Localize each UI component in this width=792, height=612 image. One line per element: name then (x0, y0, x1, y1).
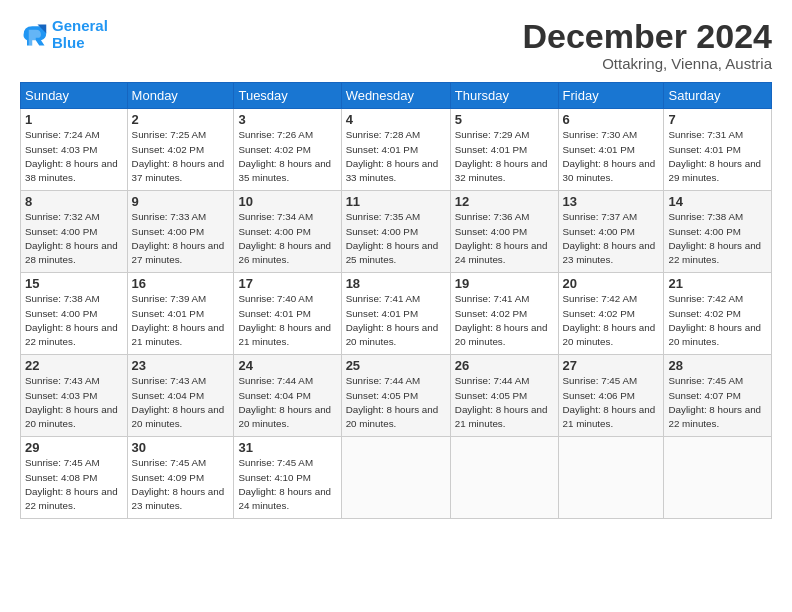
day-info: Sunrise: 7:30 AMSunset: 4:01 PMDaylight:… (563, 129, 656, 183)
day-cell: 12 Sunrise: 7:36 AMSunset: 4:00 PMDaylig… (450, 191, 558, 273)
day-info: Sunrise: 7:32 AMSunset: 4:00 PMDaylight:… (25, 211, 118, 265)
day-info: Sunrise: 7:43 AMSunset: 4:03 PMDaylight:… (25, 375, 118, 429)
month-title: December 2024 (522, 18, 772, 55)
day-cell: 16 Sunrise: 7:39 AMSunset: 4:01 PMDaylig… (127, 273, 234, 355)
week-row-3: 22 Sunrise: 7:43 AMSunset: 4:03 PMDaylig… (21, 355, 772, 437)
day-info: Sunrise: 7:45 AMSunset: 4:10 PMDaylight:… (238, 457, 331, 511)
day-number: 6 (563, 112, 660, 127)
day-info: Sunrise: 7:38 AMSunset: 4:00 PMDaylight:… (25, 293, 118, 347)
day-cell: 29 Sunrise: 7:45 AMSunset: 4:08 PMDaylig… (21, 437, 128, 519)
day-number: 9 (132, 194, 230, 209)
subtitle: Ottakring, Vienna, Austria (522, 55, 772, 72)
day-number: 4 (346, 112, 446, 127)
day-cell: 21 Sunrise: 7:42 AMSunset: 4:02 PMDaylig… (664, 273, 772, 355)
day-info: Sunrise: 7:26 AMSunset: 4:02 PMDaylight:… (238, 129, 331, 183)
day-number: 25 (346, 358, 446, 373)
day-cell: 28 Sunrise: 7:45 AMSunset: 4:07 PMDaylig… (664, 355, 772, 437)
day-number: 29 (25, 440, 123, 455)
day-info: Sunrise: 7:31 AMSunset: 4:01 PMDaylight:… (668, 129, 761, 183)
day-number: 14 (668, 194, 767, 209)
day-cell (664, 437, 772, 519)
day-cell: 7 Sunrise: 7:31 AMSunset: 4:01 PMDayligh… (664, 109, 772, 191)
page: General Blue December 2024 Ottakring, Vi… (0, 0, 792, 529)
day-info: Sunrise: 7:45 AMSunset: 4:08 PMDaylight:… (25, 457, 118, 511)
col-header-friday: Friday (558, 83, 664, 109)
day-number: 27 (563, 358, 660, 373)
day-info: Sunrise: 7:28 AMSunset: 4:01 PMDaylight:… (346, 129, 439, 183)
header: General Blue December 2024 Ottakring, Vi… (20, 18, 772, 72)
day-cell: 6 Sunrise: 7:30 AMSunset: 4:01 PMDayligh… (558, 109, 664, 191)
day-number: 24 (238, 358, 336, 373)
day-info: Sunrise: 7:45 AMSunset: 4:06 PMDaylight:… (563, 375, 656, 429)
title-block: December 2024 Ottakring, Vienna, Austria (522, 18, 772, 72)
day-cell: 31 Sunrise: 7:45 AMSunset: 4:10 PMDaylig… (234, 437, 341, 519)
day-cell: 4 Sunrise: 7:28 AMSunset: 4:01 PMDayligh… (341, 109, 450, 191)
day-info: Sunrise: 7:37 AMSunset: 4:00 PMDaylight:… (563, 211, 656, 265)
day-number: 22 (25, 358, 123, 373)
day-cell: 13 Sunrise: 7:37 AMSunset: 4:00 PMDaylig… (558, 191, 664, 273)
day-number: 12 (455, 194, 554, 209)
logo: General Blue (20, 18, 108, 51)
day-info: Sunrise: 7:42 AMSunset: 4:02 PMDaylight:… (563, 293, 656, 347)
day-cell: 1 Sunrise: 7:24 AMSunset: 4:03 PMDayligh… (21, 109, 128, 191)
day-info: Sunrise: 7:44 AMSunset: 4:04 PMDaylight:… (238, 375, 331, 429)
day-number: 18 (346, 276, 446, 291)
day-number: 31 (238, 440, 336, 455)
logo-text: General Blue (52, 18, 108, 51)
day-cell: 26 Sunrise: 7:44 AMSunset: 4:05 PMDaylig… (450, 355, 558, 437)
calendar-header-row: SundayMondayTuesdayWednesdayThursdayFrid… (21, 83, 772, 109)
col-header-monday: Monday (127, 83, 234, 109)
day-number: 15 (25, 276, 123, 291)
day-number: 8 (25, 194, 123, 209)
day-cell: 20 Sunrise: 7:42 AMSunset: 4:02 PMDaylig… (558, 273, 664, 355)
col-header-saturday: Saturday (664, 83, 772, 109)
day-info: Sunrise: 7:41 AMSunset: 4:01 PMDaylight:… (346, 293, 439, 347)
day-number: 5 (455, 112, 554, 127)
calendar-table: SundayMondayTuesdayWednesdayThursdayFrid… (20, 82, 772, 519)
day-info: Sunrise: 7:38 AMSunset: 4:00 PMDaylight:… (668, 211, 761, 265)
day-number: 10 (238, 194, 336, 209)
day-number: 7 (668, 112, 767, 127)
day-cell: 27 Sunrise: 7:45 AMSunset: 4:06 PMDaylig… (558, 355, 664, 437)
day-cell: 3 Sunrise: 7:26 AMSunset: 4:02 PMDayligh… (234, 109, 341, 191)
day-cell: 14 Sunrise: 7:38 AMSunset: 4:00 PMDaylig… (664, 191, 772, 273)
day-cell: 24 Sunrise: 7:44 AMSunset: 4:04 PMDaylig… (234, 355, 341, 437)
day-number: 28 (668, 358, 767, 373)
day-number: 19 (455, 276, 554, 291)
day-info: Sunrise: 7:43 AMSunset: 4:04 PMDaylight:… (132, 375, 225, 429)
col-header-thursday: Thursday (450, 83, 558, 109)
day-number: 2 (132, 112, 230, 127)
week-row-2: 15 Sunrise: 7:38 AMSunset: 4:00 PMDaylig… (21, 273, 772, 355)
day-number: 20 (563, 276, 660, 291)
day-cell: 8 Sunrise: 7:32 AMSunset: 4:00 PMDayligh… (21, 191, 128, 273)
day-info: Sunrise: 7:45 AMSunset: 4:09 PMDaylight:… (132, 457, 225, 511)
day-info: Sunrise: 7:29 AMSunset: 4:01 PMDaylight:… (455, 129, 548, 183)
day-number: 16 (132, 276, 230, 291)
logo-icon (20, 21, 48, 49)
day-info: Sunrise: 7:33 AMSunset: 4:00 PMDaylight:… (132, 211, 225, 265)
day-info: Sunrise: 7:40 AMSunset: 4:01 PMDaylight:… (238, 293, 331, 347)
day-cell: 2 Sunrise: 7:25 AMSunset: 4:02 PMDayligh… (127, 109, 234, 191)
day-info: Sunrise: 7:25 AMSunset: 4:02 PMDaylight:… (132, 129, 225, 183)
day-cell: 9 Sunrise: 7:33 AMSunset: 4:00 PMDayligh… (127, 191, 234, 273)
day-cell: 10 Sunrise: 7:34 AMSunset: 4:00 PMDaylig… (234, 191, 341, 273)
day-number: 3 (238, 112, 336, 127)
day-cell: 25 Sunrise: 7:44 AMSunset: 4:05 PMDaylig… (341, 355, 450, 437)
day-info: Sunrise: 7:39 AMSunset: 4:01 PMDaylight:… (132, 293, 225, 347)
day-cell: 19 Sunrise: 7:41 AMSunset: 4:02 PMDaylig… (450, 273, 558, 355)
day-info: Sunrise: 7:36 AMSunset: 4:00 PMDaylight:… (455, 211, 548, 265)
day-cell: 23 Sunrise: 7:43 AMSunset: 4:04 PMDaylig… (127, 355, 234, 437)
day-info: Sunrise: 7:24 AMSunset: 4:03 PMDaylight:… (25, 129, 118, 183)
day-info: Sunrise: 7:44 AMSunset: 4:05 PMDaylight:… (346, 375, 439, 429)
day-cell (450, 437, 558, 519)
day-number: 13 (563, 194, 660, 209)
day-cell: 17 Sunrise: 7:40 AMSunset: 4:01 PMDaylig… (234, 273, 341, 355)
day-info: Sunrise: 7:44 AMSunset: 4:05 PMDaylight:… (455, 375, 548, 429)
col-header-wednesday: Wednesday (341, 83, 450, 109)
day-info: Sunrise: 7:42 AMSunset: 4:02 PMDaylight:… (668, 293, 761, 347)
day-number: 11 (346, 194, 446, 209)
day-info: Sunrise: 7:35 AMSunset: 4:00 PMDaylight:… (346, 211, 439, 265)
week-row-4: 29 Sunrise: 7:45 AMSunset: 4:08 PMDaylig… (21, 437, 772, 519)
day-info: Sunrise: 7:41 AMSunset: 4:02 PMDaylight:… (455, 293, 548, 347)
day-number: 1 (25, 112, 123, 127)
